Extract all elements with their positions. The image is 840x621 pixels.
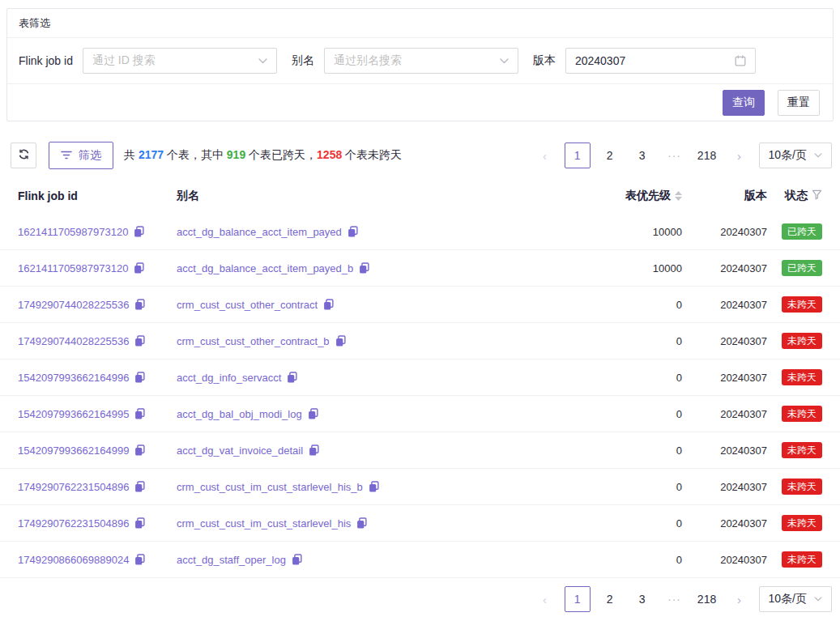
alias-link[interactable]: crm_cust_cust_other_contract_b [177,335,330,347]
column-header-priority[interactable]: 表优先级 [625,189,682,203]
alias-link[interactable]: acct_dg_balance_acct_item_payed_b [177,262,353,274]
flink-job-id-link[interactable]: 1542097993662164996 [18,372,129,384]
sort-icon[interactable] [675,191,682,201]
field-flink-job-id: Flink job id 通过 ID 搜索 [19,48,292,74]
page-button-3[interactable]: 3 [629,586,655,612]
summary-text: 共 [124,148,139,161]
summary-total-count: 2177 [139,148,164,161]
copy-icon[interactable] [134,299,145,310]
copy-icon[interactable] [369,481,379,492]
filter-button[interactable]: 筛选 [49,142,113,169]
alias-link[interactable]: acct_dg_vat_invoice_detail [177,444,303,457]
alias-select[interactable]: 通过别名搜索 [324,48,518,74]
reset-button[interactable]: 重置 [778,90,820,116]
alias-link[interactable]: crm_cust_cust_im_cust_starlevel_his [177,517,351,530]
copy-icon[interactable] [134,372,145,383]
page-button-2[interactable]: 2 [597,142,623,168]
status-badge: 未跨天 [782,406,822,422]
copy-icon[interactable] [134,408,145,419]
status-badge: 已跨天 [782,260,822,276]
alias-label: 别名 [292,53,314,68]
alias-link[interactable]: acct_dg_bal_obj_modi_log [177,408,302,420]
page-ellipsis[interactable]: ··· [662,142,688,168]
table-row: 1542097993662164995 acct_dg_bal_obj_modi… [0,396,840,432]
priority-value: 0 [676,372,682,384]
alias-link[interactable]: crm_cust_cust_other_contract [177,299,318,311]
field-alias: 别名 通过别名搜索 [292,48,533,74]
alias-link[interactable]: acct_dg_staff_oper_log [177,554,286,566]
chevron-down-icon [814,153,822,158]
next-page-button[interactable]: › [727,586,753,612]
copy-icon[interactable] [287,372,297,383]
summary-text: 个表已跨天， [245,148,317,161]
version-value: 20240307 [720,299,767,311]
copy-icon[interactable] [359,262,369,274]
flink-job-id-link[interactable]: 1749290744028225536 [18,335,129,347]
copy-icon[interactable] [292,554,302,565]
alias-link[interactable]: acct_dg_balance_acct_item_payed [177,226,342,238]
page-ellipsis[interactable]: ··· [662,586,688,612]
refresh-button[interactable] [11,142,36,168]
copy-icon[interactable] [308,408,318,419]
summary-crossed-count: 919 [227,148,245,161]
filter-funnel-icon[interactable] [812,189,822,202]
priority-value: 0 [676,481,682,493]
flink-job-id-link[interactable]: 1621411705987973120 [18,262,128,274]
prev-page-button[interactable]: ‹ [532,586,558,612]
query-button[interactable]: 查询 [723,90,765,116]
status-badge: 未跨天 [782,479,822,495]
copy-icon[interactable] [134,481,145,492]
column-header-flink-job-id: Flink job id [18,189,177,202]
page-button-1[interactable]: 1 [565,586,591,612]
flink-job-id-link[interactable]: 1749290744028225536 [18,299,129,311]
copy-icon[interactable] [134,554,145,565]
pagination-top: ‹ 1 2 3 ··· 218 › 10条/页 [532,142,832,168]
column-header-status[interactable]: 状态 [785,189,822,203]
prev-page-button[interactable]: ‹ [532,142,558,168]
version-date-input[interactable]: 20240307 [565,48,756,74]
table-row: 1749290762231504896 crm_cust_cust_im_cus… [0,505,840,542]
flink-job-id-link[interactable]: 1749290762231504896 [18,481,129,493]
copy-icon[interactable] [134,517,145,529]
alias-link[interactable]: crm_cust_cust_im_cust_starlevel_his_b [177,481,363,493]
copy-icon[interactable] [134,335,145,347]
table-row: 1542097993662164996 acct_dg_info_servacc… [0,359,840,396]
column-header-alias: 别名 [177,189,577,203]
copy-icon[interactable] [356,517,367,529]
version-value: 20240307 [720,372,767,384]
alias-link[interactable]: acct_dg_info_servacct [177,372,281,384]
version-value: 20240307 [720,335,767,347]
priority-value: 0 [676,335,682,347]
flink-job-id-link[interactable]: 1542097993662164999 [18,444,129,457]
next-page-button[interactable]: › [727,142,753,168]
version-value: 20240307 [720,444,767,457]
page-button-last[interactable]: 218 [694,586,720,612]
flink-job-id-select[interactable]: 通过 ID 搜索 [83,48,277,74]
chevron-down-icon [258,58,267,64]
table-row: 1749290744028225536 crm_cust_cust_other_… [0,287,840,323]
copy-icon[interactable] [134,226,144,237]
copy-icon[interactable] [134,262,144,274]
flink-job-id-link[interactable]: 1621411705987973120 [18,226,128,238]
copy-icon[interactable] [348,226,358,237]
page-size-select[interactable]: 10条/页 [759,142,832,168]
status-badge: 未跨天 [782,442,822,458]
copy-icon[interactable] [134,444,145,456]
flink-job-id-link[interactable]: 1542097993662164995 [18,408,129,420]
page-button-2[interactable]: 2 [597,586,623,612]
page-button-last[interactable]: 218 [694,142,720,168]
copy-icon[interactable] [323,299,334,310]
version-value: 20240307 [720,554,767,566]
copy-icon[interactable] [335,335,346,347]
flink-job-id-link[interactable]: 1749290762231504896 [18,517,129,530]
page-button-3[interactable]: 3 [629,142,655,168]
copy-icon[interactable] [309,444,319,456]
priority-value: 0 [676,408,682,420]
filter-lines-icon [61,149,72,162]
table-toolbar: 筛选 共 2177 个表，其中 919 个表已跨天，1258 个表未跨天 ‹ 1… [11,142,832,169]
flink-job-id-link[interactable]: 1749290866069889024 [18,554,129,566]
version-value: 20240307 [720,262,767,274]
page-button-1[interactable]: 1 [565,142,591,168]
page-size-select[interactable]: 10条/页 [759,586,832,612]
version-value: 20240307 [720,517,767,530]
